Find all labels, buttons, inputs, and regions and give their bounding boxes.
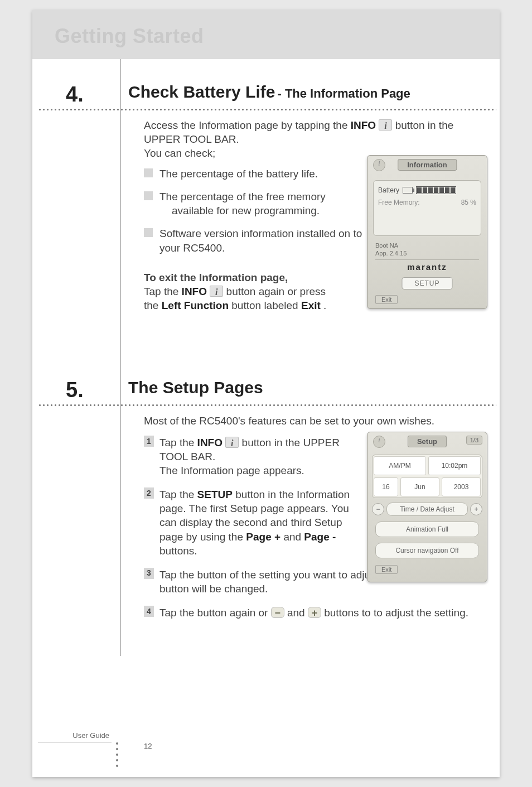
left-function-strong: Left Function — [162, 300, 229, 311]
page-plus-strong: Page + — [246, 531, 280, 543]
setup-page-screenshot: i Setup 1/3 AM/PM 10:02pm 16 Jun 2003 − … — [367, 432, 487, 582]
text: . — [323, 300, 326, 311]
bullet-3-text: Software version information installed o… — [159, 226, 367, 254]
section-4-intro: Access the Information page by tapping t… — [144, 118, 484, 160]
text: You can check; — [144, 147, 215, 159]
section-4-bullets: The percentage of the battery life. The … — [144, 167, 367, 254]
free-memory-label: Free Memory: — [378, 199, 420, 206]
battery-icon — [403, 187, 413, 194]
bullet-2-line2: available for new programming. — [159, 204, 367, 218]
section-5-intro: Most of the RC5400's features can be set… — [144, 414, 484, 428]
section-5-steps: 1 Tap the INFO button in the UPPER TOOL … — [144, 436, 367, 620]
time-date-adjust-button[interactable]: Time / Date Adjust — [386, 503, 468, 516]
step-1: 1 Tap the INFO button in the UPPER TOOL … — [144, 436, 367, 477]
section-4-heading-sub: - The Information Page — [277, 86, 410, 101]
day-cell[interactable]: 16 — [374, 477, 398, 496]
step-4-text: Tap the button again or and buttons to t… — [159, 606, 478, 620]
step-1-text: Tap the INFO button in the UPPER TOOL BA… — [159, 436, 367, 477]
vertical-rule — [120, 59, 120, 656]
info-label-strong: INFO — [351, 119, 376, 131]
info-icon: i — [373, 436, 385, 448]
step-1-number: 1 — [144, 436, 154, 447]
section-5-number: 5. — [66, 378, 84, 402]
cursor-navigation-button[interactable]: Cursor navigation Off — [375, 543, 479, 558]
step-2-number: 2 — [144, 487, 154, 499]
step-4: 4 Tap the button again or and buttons to… — [144, 606, 478, 620]
battery-row: Battery — [378, 186, 476, 194]
setup-label-strong: SETUP — [197, 489, 233, 500]
exit-title: To exit the Information page, — [144, 271, 367, 284]
month-cell[interactable]: Jun — [400, 477, 439, 496]
text: Access the Information page by tapping t… — [144, 119, 351, 131]
version-block: Boot NA App. 2.4.15 — [375, 242, 407, 258]
bullet-2-text: The percentage of the free memory availa… — [159, 190, 367, 218]
brand-logo: marantz — [375, 259, 479, 272]
info-icon — [379, 119, 392, 131]
text: The Information page appears. — [159, 465, 304, 476]
info-title: Information — [398, 159, 457, 171]
text: Tap the — [159, 437, 197, 448]
exit-tab[interactable]: Exit — [375, 295, 398, 304]
page-minus-strong: Page - — [304, 531, 336, 543]
time-cell[interactable]: 10:02pm — [428, 456, 481, 475]
text: the — [144, 300, 162, 311]
section-4-exit: To exit the Information page, Tap the IN… — [144, 271, 367, 312]
info-icon — [225, 437, 239, 448]
chapter-title: Getting Started — [55, 25, 204, 48]
year-cell[interactable]: 2003 — [442, 477, 481, 496]
bullet-square-icon — [144, 191, 153, 200]
text: Tap the button again or — [159, 607, 271, 619]
plus-button[interactable]: + — [470, 503, 482, 515]
info-icon — [210, 286, 223, 297]
app-version: App. 2.4.15 — [375, 249, 407, 257]
exit-tab[interactable]: Exit — [375, 565, 398, 574]
info-label-strong: INFO — [182, 286, 207, 297]
step-4-number: 4 — [144, 606, 154, 617]
info-icon: i — [373, 159, 385, 171]
bullet-square-icon — [144, 228, 153, 237]
text: button again or press — [226, 286, 326, 297]
animation-button[interactable]: Animation Full — [375, 522, 479, 537]
battery-bars — [416, 186, 456, 194]
step-3-number: 3 — [144, 568, 154, 579]
section-5-heading: The Setup Pages — [128, 378, 263, 397]
exit-label-strong: Exit — [301, 300, 321, 311]
free-memory-value: 85 % — [461, 199, 476, 206]
info-label-strong: INFO — [197, 437, 223, 448]
section-4-dots — [38, 108, 496, 111]
text: buttons to to adjust the setting. — [324, 607, 468, 619]
user-guide-label: User Guide — [38, 731, 112, 742]
free-memory-row: Free Memory: 85 % — [378, 199, 476, 206]
text: Tap the — [159, 489, 197, 500]
section-4-number: 4. — [66, 83, 84, 107]
step-2: 2 Tap the SETUP button in the Informatio… — [144, 487, 367, 557]
battery-label: Battery — [378, 186, 399, 194]
section-5-dots — [38, 404, 496, 407]
bullet-square-icon — [144, 168, 153, 177]
plus-icon — [308, 607, 321, 618]
time-date-panel: AM/PM 10:02pm 16 Jun 2003 — [372, 455, 482, 498]
boot-version: Boot NA — [375, 242, 407, 249]
page-indicator: 1/3 — [466, 436, 482, 445]
text: and — [287, 607, 308, 619]
bullet-2: The percentage of the free memory availa… — [144, 190, 367, 218]
section-5-heading-text: The Setup Pages — [128, 378, 263, 397]
document-page: Getting Started 4. Check Battery Life - … — [32, 10, 500, 777]
section-4-heading-main: Check Battery Life — [128, 83, 275, 102]
text: button labeled — [231, 300, 301, 311]
information-page-screenshot: i Information Battery Free Memory: 85 % … — [367, 155, 487, 309]
minus-icon — [271, 607, 284, 618]
exit-line-1: Tap the INFO button again or press — [144, 284, 367, 298]
section-4-heading: Check Battery Life - The Information Pag… — [128, 83, 410, 102]
minus-button[interactable]: − — [372, 503, 384, 515]
bullet-1-text: The percentage of the battery life. — [159, 167, 367, 181]
bullet-1: The percentage of the battery life. — [144, 167, 367, 181]
bullet-3: Software version information installed o… — [144, 226, 367, 254]
setup-button[interactable]: SETUP — [402, 277, 452, 289]
ampm-cell[interactable]: AM/PM — [374, 456, 426, 475]
exit-line-2: the Left Function button labeled Exit . — [144, 298, 367, 312]
setup-title: Setup — [408, 436, 447, 447]
step-2-text: Tap the SETUP button in the Information … — [159, 487, 367, 557]
footer-dot-column — [116, 742, 118, 767]
info-panel: Battery Free Memory: 85 % — [373, 180, 481, 236]
